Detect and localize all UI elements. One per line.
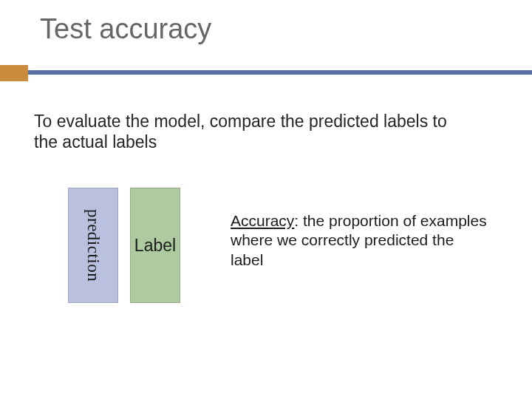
definition-term: Accuracy xyxy=(231,212,294,229)
prediction-box: prediction xyxy=(68,188,118,303)
label-box-label: Label xyxy=(134,236,176,256)
prediction-box-label: prediction xyxy=(83,209,103,282)
rule-accent xyxy=(0,65,28,81)
intro-text: To evaluate the model, compare the predi… xyxy=(34,111,470,152)
slide-title: Test accuracy xyxy=(40,13,211,45)
title-rule xyxy=(0,65,532,81)
rule-line xyxy=(28,70,532,75)
label-box: Label xyxy=(130,188,180,303)
accuracy-definition: Accuracy: the proportion of examples whe… xyxy=(231,211,489,270)
